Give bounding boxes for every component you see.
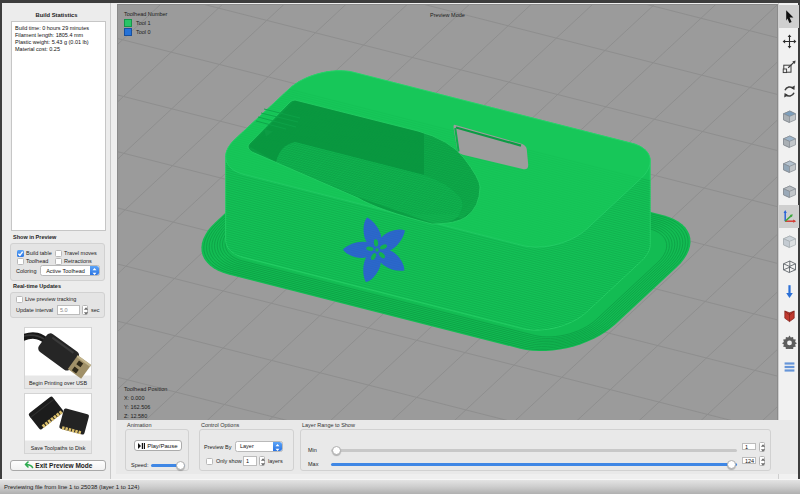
svg-text:Save Toolpaths to Disk: Save Toolpaths to Disk [31, 445, 86, 451]
svg-text:Begin Printing over USB: Begin Printing over USB [29, 380, 88, 386]
